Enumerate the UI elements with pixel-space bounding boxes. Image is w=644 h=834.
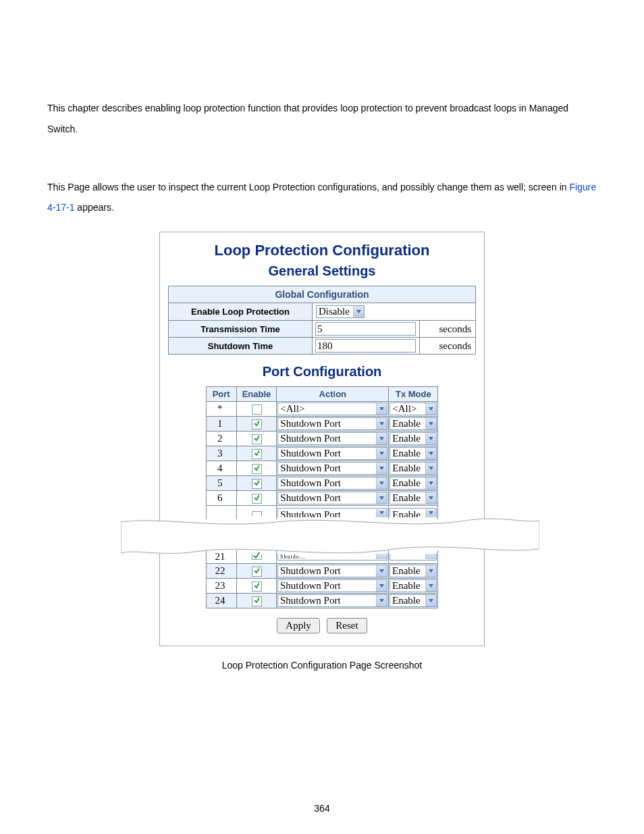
txmode-value: Enable [392, 433, 421, 444]
action-value: Shutdown Port [280, 492, 341, 504]
port-config-table-bottom: 21 Shutdo… 22Shu [206, 550, 438, 608]
txmode-select[interactable]: Enable [390, 432, 437, 445]
action-select[interactable]: Shutdown Port [277, 508, 387, 517]
transmission-time-label: Transmission Time [169, 321, 313, 338]
svg-marker-12 [429, 481, 433, 485]
enable-loop-protection-select[interactable]: Disable [316, 305, 365, 318]
svg-marker-14 [429, 496, 433, 500]
action-value: Shutdown Port [280, 595, 341, 606]
global-config-table: Global Configuration Enable Loop Protect… [168, 286, 476, 355]
txmode-value: Enable [392, 477, 421, 489]
port-number: 5 [206, 476, 236, 491]
chevron-down-icon [425, 448, 436, 459]
txmode-select[interactable]: Enable [390, 579, 437, 592]
svg-marker-13 [379, 496, 384, 500]
action-value: Shutdown Port [280, 463, 341, 474]
port-number: * [206, 402, 236, 417]
action-select[interactable]: Shutdown Port [277, 579, 387, 592]
page-number: 364 [0, 803, 644, 814]
svg-marker-16 [429, 511, 433, 515]
apply-button[interactable]: Apply [277, 618, 320, 633]
txmode-value: Enable [392, 565, 421, 577]
svg-marker-10 [429, 467, 433, 470]
enable-checkbox[interactable] [252, 464, 262, 474]
svg-marker-15 [379, 511, 384, 515]
txmode-value: Enable [392, 580, 421, 592]
action-value: Shutdown Port [280, 418, 341, 429]
enable-checkbox[interactable] [252, 596, 262, 606]
txmode-select[interactable]: <All> [390, 402, 437, 415]
port-number: 3 [206, 446, 236, 461]
chevron-down-icon [425, 418, 436, 429]
port-config-table-top: Port Enable Action Tx Mode *<All><All>1S… [206, 386, 439, 519]
svg-marker-0 [356, 310, 361, 313]
enable-checkbox[interactable] [252, 449, 262, 459]
action-value: Shutdown Port [280, 580, 341, 592]
txmode-select[interactable]: Enable [390, 565, 437, 577]
reset-button[interactable]: Reset [327, 618, 367, 633]
enable-checkbox[interactable] [252, 581, 262, 592]
table-row: 6Shutdown PortEnable [206, 491, 438, 506]
transmission-time-input[interactable] [315, 322, 416, 336]
txmode-select[interactable]: Enable [390, 417, 437, 430]
svg-marker-22 [429, 599, 433, 602]
svg-marker-2 [429, 407, 433, 411]
action-select[interactable]: Shutdown Port [277, 594, 387, 607]
action-select[interactable]: Shutdown Port [277, 492, 387, 504]
enable-checkbox[interactable] [252, 567, 262, 577]
txmode-select[interactable]: Enable [390, 462, 437, 475]
txmode-value: Enable [392, 418, 421, 429]
chevron-down-icon [376, 492, 387, 504]
action-value: Shutdown Port [280, 448, 341, 459]
enable-checkbox[interactable] [252, 511, 262, 516]
intro2-prefix: This Page allows the user to inspect the… [47, 182, 570, 192]
action-select[interactable]: Shutdown Port [277, 462, 387, 475]
port-number: 6 [206, 491, 236, 506]
enable-checkbox[interactable] [252, 419, 262, 429]
chevron-down-icon [376, 595, 387, 606]
port-number: 1 [206, 417, 236, 432]
txmode-select[interactable]: Enable [390, 477, 437, 490]
txmode-value: Enable [392, 595, 421, 606]
action-select[interactable]: Shutdown Port [277, 477, 387, 490]
txmode-header: Tx Mode [389, 387, 438, 402]
enable-checkbox[interactable] [252, 405, 262, 415]
table-row: *<All><All> [206, 402, 438, 417]
enable-checkbox[interactable] [252, 494, 262, 504]
enable-loop-protection-label: Enable Loop Protection [169, 303, 313, 321]
svg-marker-17 [379, 569, 384, 573]
shutdown-time-label: Shutdown Time [169, 338, 313, 355]
txmode-select[interactable]: Enable [390, 508, 437, 517]
chevron-down-icon [425, 477, 436, 489]
enable-checkbox[interactable] [252, 479, 262, 489]
chevron-down-icon [376, 418, 387, 429]
txmode-select[interactable]: Enable [390, 492, 437, 504]
chevron-down-icon [425, 580, 436, 592]
shutdown-time-input[interactable] [315, 339, 416, 353]
txmode-value: Enable [392, 463, 421, 474]
action-value: <All> [280, 403, 304, 415]
action-value: Shutdown Port [280, 565, 341, 577]
svg-marker-6 [429, 437, 433, 440]
action-select[interactable]: Shutdown Port [277, 565, 387, 577]
action-select[interactable]: Shutdown Port [277, 417, 387, 430]
svg-marker-1 [379, 407, 384, 411]
table-row: 23Shutdown PortEnable [207, 579, 438, 594]
txmode-select[interactable]: Enable [390, 447, 437, 460]
action-value: Shutdown Port [280, 433, 341, 444]
table-row: 3Shutdown PortEnable [206, 446, 438, 461]
action-select[interactable]: Shutdown Port [277, 432, 387, 445]
svg-marker-5 [379, 437, 384, 440]
txmode-value: Enable [392, 448, 421, 459]
table-row: 24Shutdown PortEnable [207, 594, 438, 608]
svg-marker-19 [379, 584, 384, 588]
action-select[interactable]: <All> [277, 402, 387, 415]
chevron-down-icon [376, 580, 387, 592]
enable-checkbox[interactable] [252, 434, 262, 444]
txmode-select[interactable]: Enable [390, 594, 437, 607]
chevron-down-icon [425, 492, 436, 504]
action-select[interactable]: Shutdown Port [277, 447, 387, 460]
txmode-value: <All> [392, 403, 417, 415]
transmission-time-unit: seconds [420, 321, 476, 338]
enable-checkbox[interactable] [252, 554, 262, 560]
